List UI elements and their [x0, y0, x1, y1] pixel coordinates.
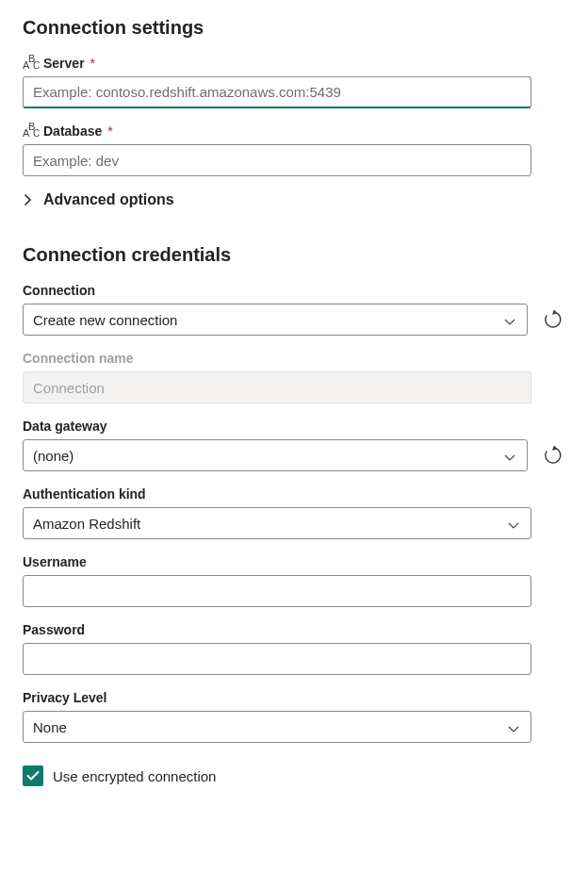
auth-kind-label: Authentication kind: [23, 486, 565, 502]
chevron-down-icon: [504, 313, 517, 326]
server-label: Server: [43, 56, 85, 71]
password-label: Password: [23, 622, 565, 637]
refresh-connection-button[interactable]: [541, 307, 565, 332]
gateway-select[interactable]: (none): [23, 439, 528, 471]
privacy-label: Privacy Level: [23, 690, 565, 705]
refresh-gateway-button[interactable]: [541, 443, 565, 468]
database-input[interactable]: [23, 144, 531, 176]
text-type-icon: ABC: [23, 56, 40, 71]
privacy-select[interactable]: None: [23, 711, 531, 743]
chevron-down-icon: [508, 517, 521, 530]
chevron-down-icon: [508, 720, 521, 733]
required-asterisk: *: [107, 123, 112, 139]
refresh-icon: [544, 310, 563, 329]
connection-name-label: Connection name: [23, 351, 133, 366]
username-label: Username: [23, 554, 565, 569]
server-input[interactable]: [23, 76, 531, 108]
chevron-down-icon: [504, 449, 517, 462]
auth-kind-select[interactable]: Amazon Redshift: [23, 507, 531, 539]
refresh-icon: [544, 446, 563, 465]
text-type-icon: ABC: [23, 123, 40, 139]
chevron-right-icon: [23, 194, 34, 206]
password-input[interactable]: [23, 643, 531, 675]
required-asterisk: *: [90, 56, 95, 71]
encrypted-checkbox[interactable]: [23, 765, 43, 786]
checkmark-icon: [26, 770, 40, 782]
gateway-label: Data gateway: [23, 419, 565, 434]
section-heading-credentials: Connection credentials: [23, 244, 565, 266]
connection-label: Connection: [23, 283, 565, 298]
connection-select[interactable]: Create new connection: [23, 304, 528, 336]
username-input[interactable]: [23, 575, 531, 607]
database-label: Database: [43, 123, 102, 139]
advanced-options-label: Advanced options: [43, 191, 174, 208]
encrypted-label: Use encrypted connection: [53, 768, 216, 784]
connection-name-input: Connection: [23, 371, 531, 403]
advanced-options-expander[interactable]: Advanced options: [23, 191, 565, 208]
section-heading-settings: Connection settings: [23, 17, 565, 39]
